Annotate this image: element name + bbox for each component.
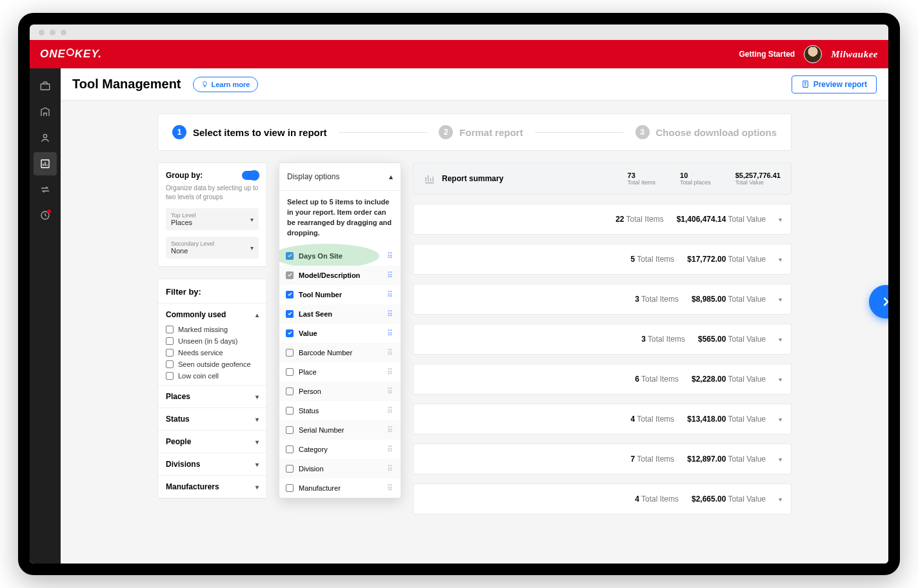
row-total-items: 5 Total Items (630, 255, 674, 264)
display-item-label: Manufacturer (299, 484, 341, 492)
checkbox-icon (286, 465, 294, 473)
content: 1 Select items to view in report 2 Forma… (61, 101, 888, 564)
report-row[interactable]: 6 Total Items$2,228.00 Total Value▾ (413, 364, 792, 395)
report-summary-title: Report summary (442, 174, 503, 183)
step-3[interactable]: 3 Choose download options (635, 125, 777, 139)
rail-item-alerts[interactable] (34, 204, 57, 227)
display-item-status[interactable]: Status⠿ (279, 401, 401, 420)
learn-more-button[interactable]: Learn more (193, 77, 259, 92)
rail-item-transfer[interactable] (34, 178, 57, 201)
summary-stat: 73Total Items (628, 172, 656, 186)
filter-section-label: Divisions (166, 460, 200, 469)
display-item-last-seen[interactable]: Last Seen⠿ (279, 304, 401, 324)
drag-handle-icon[interactable]: ⠿ (387, 309, 394, 318)
top-level-select[interactable]: Top Level Places ▾ (166, 208, 259, 230)
chevron-down-icon[interactable]: ▾ (779, 216, 782, 223)
group-by-toggle[interactable] (242, 171, 259, 180)
filter-section-places[interactable]: Places▾ (158, 386, 266, 407)
drag-handle-icon[interactable]: ⠿ (387, 251, 394, 260)
filter-checkbox[interactable]: Marked missing (166, 326, 259, 333)
logo-onekey[interactable]: ONEKEY. (40, 48, 102, 61)
chevron-right-icon (879, 295, 888, 308)
report-row[interactable]: 4 Total Items$2,665.00 Total Value▾ (413, 484, 792, 514)
chevron-down-icon: ▾ (255, 393, 259, 400)
rail-item-people[interactable] (34, 126, 57, 150)
display-item-tool-number[interactable]: Tool Number⠿ (279, 285, 401, 304)
drag-handle-icon[interactable]: ⠿ (387, 426, 394, 435)
drag-handle-icon[interactable]: ⠿ (387, 348, 394, 357)
chevron-down-icon[interactable]: ▾ (779, 496, 782, 503)
chevron-down-icon[interactable]: ▾ (779, 296, 782, 303)
row-total-value: $1,406,474.14 Total Value (677, 215, 766, 224)
step-number: 2 (439, 125, 453, 139)
display-item-label: Serial Number (299, 426, 344, 434)
chevron-down-icon: ▾ (250, 216, 254, 223)
drag-handle-icon[interactable]: ⠿ (387, 271, 394, 280)
browser-dot (39, 30, 45, 35)
chevron-down-icon[interactable]: ▾ (779, 336, 782, 343)
chevron-down-icon[interactable]: ▾ (779, 256, 782, 263)
browser-dot (61, 30, 66, 35)
drag-handle-icon[interactable]: ⠿ (387, 368, 394, 377)
filter-section-manufacturers[interactable]: Manufacturers▾ (158, 476, 266, 498)
browser-chrome (30, 24, 888, 40)
filter-checkbox[interactable]: Low coin cell (166, 372, 259, 380)
drag-handle-icon[interactable]: ⠿ (387, 464, 394, 473)
filter-checkbox[interactable]: Unseen (in 5 days) (166, 337, 259, 345)
report-row[interactable]: 5 Total Items$17,772.00 Total Value▾ (413, 244, 792, 275)
display-item-place[interactable]: Place⠿ (279, 362, 401, 382)
filter-check-label: Low coin cell (178, 372, 219, 380)
report-row[interactable]: 3 Total Items$8,985.00 Total Value▾ (413, 284, 792, 315)
drag-handle-icon[interactable]: ⠿ (387, 290, 394, 299)
filter-checkbox[interactable]: Seen outside geofence (166, 360, 259, 368)
secondary-level-select[interactable]: Secondary Level None ▾ (166, 237, 259, 259)
display-item-person[interactable]: Person⠿ (279, 382, 401, 401)
filter-section-divisions[interactable]: Divisions▾ (158, 453, 266, 475)
display-item-serial-number[interactable]: Serial Number⠿ (279, 420, 401, 440)
device-frame: ONEKEY. Getting Started Milwaukee Tool M… (18, 13, 900, 575)
report-row[interactable]: 4 Total Items$13,418.00 Total Value▾ (413, 404, 792, 435)
rail-item-places[interactable] (34, 101, 57, 124)
display-options-label: Display options (287, 172, 339, 181)
preview-report-button[interactable]: Preview report (792, 75, 877, 93)
row-total-value: $13,418.00 Total Value (687, 415, 766, 424)
avatar[interactable] (804, 45, 822, 63)
display-options-header[interactable]: Display options ▴ (279, 163, 401, 191)
display-item-days-on-site[interactable]: Days On Site⠿ (279, 246, 401, 266)
display-item-model-description[interactable]: Model/Description⠿ (279, 266, 401, 285)
checkbox-icon (286, 271, 294, 279)
report-row[interactable]: 7 Total Items$12,897.00 Total Value▾ (413, 444, 792, 475)
step-1[interactable]: 1 Select items to view in report (172, 125, 327, 139)
stat-value: 10 (680, 172, 711, 179)
filter-section-status[interactable]: Status▾ (158, 408, 266, 430)
chevron-down-icon[interactable]: ▾ (779, 456, 782, 463)
display-item-category[interactable]: Category⠿ (279, 440, 401, 459)
checkbox-icon (286, 484, 294, 492)
chevron-up-icon: ▴ (255, 311, 259, 318)
chevron-down-icon[interactable]: ▾ (779, 416, 782, 423)
drag-handle-icon[interactable]: ⠿ (387, 484, 394, 493)
drag-handle-icon[interactable]: ⠿ (387, 445, 394, 454)
filter-section-commonly-used[interactable]: Commonly used ▴ (158, 304, 266, 326)
display-item-label: Division (299, 465, 324, 473)
display-item-value[interactable]: Value⠿ (279, 324, 401, 343)
step-divider (339, 132, 428, 133)
chevron-down-icon[interactable]: ▾ (779, 376, 782, 383)
step-2[interactable]: 2 Format report (439, 125, 523, 139)
subheader: Tool Management Learn more Preview repor… (61, 68, 888, 101)
rail-item-toolbox[interactable] (34, 75, 57, 98)
rail-item-reports[interactable] (34, 152, 57, 175)
drag-handle-icon[interactable]: ⠿ (387, 406, 394, 415)
display-item-manufacturer[interactable]: Manufacturer⠿ (279, 478, 401, 498)
display-item-barcode-number[interactable]: Barcode Number⠿ (279, 343, 401, 362)
getting-started-link[interactable]: Getting Started (739, 50, 795, 59)
drag-handle-icon[interactable]: ⠿ (387, 329, 394, 338)
chevron-down-icon: ▾ (250, 244, 254, 251)
filter-section-label: Places (166, 392, 190, 401)
report-row[interactable]: 3 Total Items$565.00 Total Value▾ (413, 324, 792, 355)
drag-handle-icon[interactable]: ⠿ (387, 387, 394, 396)
report-row[interactable]: 22 Total Items$1,406,474.14 Total Value▾ (413, 204, 792, 235)
filter-checkbox[interactable]: Needs service (166, 349, 259, 357)
display-item-division[interactable]: Division⠿ (279, 459, 401, 478)
filter-section-people[interactable]: People▾ (158, 431, 266, 453)
